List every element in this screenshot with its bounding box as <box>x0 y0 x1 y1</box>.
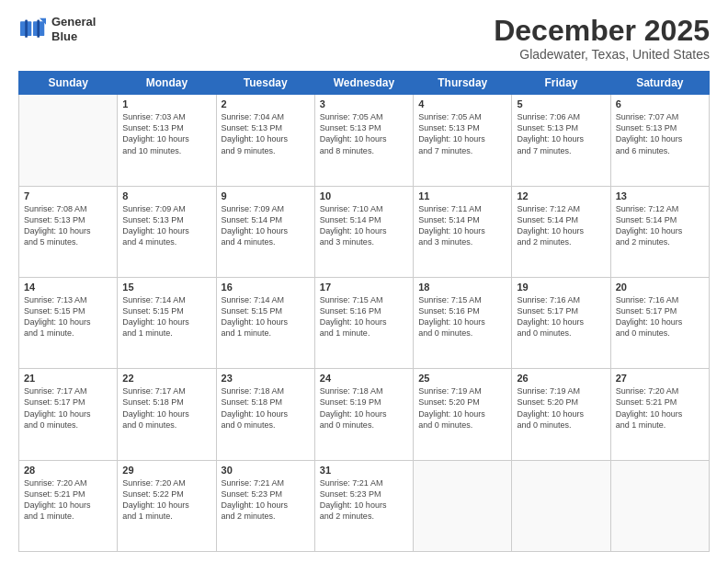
day-number: 19 <box>517 282 605 293</box>
calendar-day-cell: 29Sunrise: 7:20 AM Sunset: 5:22 PM Dayli… <box>118 460 216 551</box>
day-number: 1 <box>122 98 210 109</box>
day-number: 29 <box>122 465 210 476</box>
day-number: 27 <box>616 373 704 384</box>
day-number: 6 <box>616 98 704 109</box>
calendar-day-cell <box>610 460 709 551</box>
day-number: 24 <box>320 373 408 384</box>
day-info: Sunrise: 7:03 AM Sunset: 5:13 PM Dayligh… <box>122 111 210 156</box>
calendar-day-cell <box>19 95 118 186</box>
logo-text: General Blue <box>51 15 96 43</box>
location: Gladewater, Texas, United States <box>494 47 710 62</box>
calendar-day-cell: 14Sunrise: 7:13 AM Sunset: 5:15 PM Dayli… <box>19 277 118 368</box>
calendar-day-cell: 28Sunrise: 7:20 AM Sunset: 5:21 PM Dayli… <box>19 460 118 551</box>
day-info: Sunrise: 7:15 AM Sunset: 5:16 PM Dayligh… <box>320 294 408 339</box>
calendar-week-row: 7Sunrise: 7:08 AM Sunset: 5:13 PM Daylig… <box>19 186 710 277</box>
day-info: Sunrise: 7:16 AM Sunset: 5:17 PM Dayligh… <box>616 294 704 339</box>
calendar-day-cell: 2Sunrise: 7:04 AM Sunset: 5:13 PM Daylig… <box>216 95 314 186</box>
calendar-day-cell: 16Sunrise: 7:14 AM Sunset: 5:15 PM Dayli… <box>216 277 314 368</box>
day-number: 10 <box>320 190 408 201</box>
day-number: 17 <box>320 282 408 293</box>
day-info: Sunrise: 7:12 AM Sunset: 5:14 PM Dayligh… <box>616 203 704 248</box>
weekday-header-cell: Friday <box>512 72 610 95</box>
day-info: Sunrise: 7:18 AM Sunset: 5:18 PM Dayligh… <box>222 385 310 431</box>
day-info: Sunrise: 7:19 AM Sunset: 5:20 PM Dayligh… <box>418 385 506 431</box>
day-info: Sunrise: 7:05 AM Sunset: 5:13 PM Dayligh… <box>418 111 506 156</box>
calendar-table: SundayMondayTuesdayWednesdayThursdayFrid… <box>18 71 710 552</box>
calendar-body: 1Sunrise: 7:03 AM Sunset: 5:13 PM Daylig… <box>19 95 710 552</box>
calendar-day-cell: 17Sunrise: 7:15 AM Sunset: 5:16 PM Dayli… <box>314 277 413 368</box>
calendar-day-cell: 7Sunrise: 7:08 AM Sunset: 5:13 PM Daylig… <box>19 186 118 277</box>
calendar-day-cell: 21Sunrise: 7:17 AM Sunset: 5:17 PM Dayli… <box>19 369 118 460</box>
day-number: 31 <box>320 465 408 476</box>
day-info: Sunrise: 7:14 AM Sunset: 5:15 PM Dayligh… <box>222 294 310 339</box>
day-number: 16 <box>222 282 310 293</box>
day-info: Sunrise: 7:20 AM Sunset: 5:21 PM Dayligh… <box>616 385 704 431</box>
calendar-day-cell: 24Sunrise: 7:18 AM Sunset: 5:19 PM Dayli… <box>314 369 413 460</box>
day-number: 4 <box>418 98 506 109</box>
calendar-day-cell: 31Sunrise: 7:21 AM Sunset: 5:23 PM Dayli… <box>314 460 413 551</box>
day-info: Sunrise: 7:11 AM Sunset: 5:14 PM Dayligh… <box>418 203 506 248</box>
day-number: 25 <box>418 373 506 384</box>
day-number: 15 <box>122 282 210 293</box>
calendar-day-cell: 22Sunrise: 7:17 AM Sunset: 5:18 PM Dayli… <box>118 369 216 460</box>
calendar-day-cell: 26Sunrise: 7:19 AM Sunset: 5:20 PM Dayli… <box>512 369 610 460</box>
calendar-day-cell: 8Sunrise: 7:09 AM Sunset: 5:13 PM Daylig… <box>118 186 216 277</box>
day-info: Sunrise: 7:09 AM Sunset: 5:13 PM Dayligh… <box>122 203 210 248</box>
day-number: 9 <box>222 190 310 201</box>
weekday-header-cell: Tuesday <box>216 72 314 95</box>
logo-icon <box>18 17 48 42</box>
day-info: Sunrise: 7:13 AM Sunset: 5:15 PM Dayligh… <box>24 294 112 339</box>
month-title: December 2025 <box>494 15 710 47</box>
calendar-week-row: 1Sunrise: 7:03 AM Sunset: 5:13 PM Daylig… <box>19 95 710 186</box>
day-info: Sunrise: 7:14 AM Sunset: 5:15 PM Dayligh… <box>122 294 210 339</box>
calendar-day-cell: 1Sunrise: 7:03 AM Sunset: 5:13 PM Daylig… <box>118 95 216 186</box>
day-info: Sunrise: 7:20 AM Sunset: 5:22 PM Dayligh… <box>122 477 210 523</box>
day-number: 2 <box>222 98 310 109</box>
day-info: Sunrise: 7:21 AM Sunset: 5:23 PM Dayligh… <box>320 477 408 523</box>
title-block: December 2025 Gladewater, Texas, United … <box>494 15 710 62</box>
day-number: 22 <box>122 373 210 384</box>
day-info: Sunrise: 7:04 AM Sunset: 5:13 PM Dayligh… <box>222 111 310 156</box>
day-info: Sunrise: 7:19 AM Sunset: 5:20 PM Dayligh… <box>517 385 605 431</box>
calendar-day-cell: 5Sunrise: 7:06 AM Sunset: 5:13 PM Daylig… <box>512 95 610 186</box>
day-info: Sunrise: 7:12 AM Sunset: 5:14 PM Dayligh… <box>517 203 605 248</box>
day-number: 3 <box>320 98 408 109</box>
day-number: 21 <box>24 373 112 384</box>
calendar-day-cell <box>512 460 610 551</box>
weekday-header-cell: Thursday <box>414 72 512 95</box>
calendar-day-cell: 19Sunrise: 7:16 AM Sunset: 5:17 PM Dayli… <box>512 277 610 368</box>
calendar-week-row: 21Sunrise: 7:17 AM Sunset: 5:17 PM Dayli… <box>19 369 710 460</box>
day-number: 26 <box>517 373 605 384</box>
calendar-day-cell: 10Sunrise: 7:10 AM Sunset: 5:14 PM Dayli… <box>314 186 413 277</box>
calendar-day-cell: 13Sunrise: 7:12 AM Sunset: 5:14 PM Dayli… <box>610 186 709 277</box>
day-number: 20 <box>616 282 704 293</box>
calendar-day-cell: 23Sunrise: 7:18 AM Sunset: 5:18 PM Dayli… <box>216 369 314 460</box>
svg-rect-2 <box>25 19 28 37</box>
calendar-day-cell: 12Sunrise: 7:12 AM Sunset: 5:14 PM Dayli… <box>512 186 610 277</box>
calendar-day-cell: 27Sunrise: 7:20 AM Sunset: 5:21 PM Dayli… <box>610 369 709 460</box>
header: General Blue December 2025 Gladewater, T… <box>18 15 710 62</box>
day-info: Sunrise: 7:18 AM Sunset: 5:19 PM Dayligh… <box>320 385 408 431</box>
day-info: Sunrise: 7:05 AM Sunset: 5:13 PM Dayligh… <box>320 111 408 156</box>
weekday-header-cell: Monday <box>118 72 216 95</box>
weekday-header-cell: Sunday <box>19 72 118 95</box>
day-number: 30 <box>222 465 310 476</box>
day-info: Sunrise: 7:10 AM Sunset: 5:14 PM Dayligh… <box>320 203 408 248</box>
day-info: Sunrise: 7:07 AM Sunset: 5:13 PM Dayligh… <box>616 111 704 156</box>
calendar-day-cell: 18Sunrise: 7:15 AM Sunset: 5:16 PM Dayli… <box>414 277 512 368</box>
calendar-day-cell: 9Sunrise: 7:09 AM Sunset: 5:14 PM Daylig… <box>216 186 314 277</box>
day-info: Sunrise: 7:09 AM Sunset: 5:14 PM Dayligh… <box>222 203 310 248</box>
day-number: 7 <box>24 190 112 201</box>
day-number: 5 <box>517 98 605 109</box>
weekday-header-cell: Saturday <box>610 72 709 95</box>
day-number: 18 <box>418 282 506 293</box>
day-info: Sunrise: 7:17 AM Sunset: 5:17 PM Dayligh… <box>24 385 112 431</box>
day-info: Sunrise: 7:17 AM Sunset: 5:18 PM Dayligh… <box>122 385 210 431</box>
weekday-header-row: SundayMondayTuesdayWednesdayThursdayFrid… <box>19 72 710 95</box>
calendar-day-cell: 20Sunrise: 7:16 AM Sunset: 5:17 PM Dayli… <box>610 277 709 368</box>
day-number: 11 <box>418 190 506 201</box>
calendar-day-cell: 6Sunrise: 7:07 AM Sunset: 5:13 PM Daylig… <box>610 95 709 186</box>
calendar-day-cell: 4Sunrise: 7:05 AM Sunset: 5:13 PM Daylig… <box>414 95 512 186</box>
calendar-day-cell <box>414 460 512 551</box>
day-number: 13 <box>616 190 704 201</box>
